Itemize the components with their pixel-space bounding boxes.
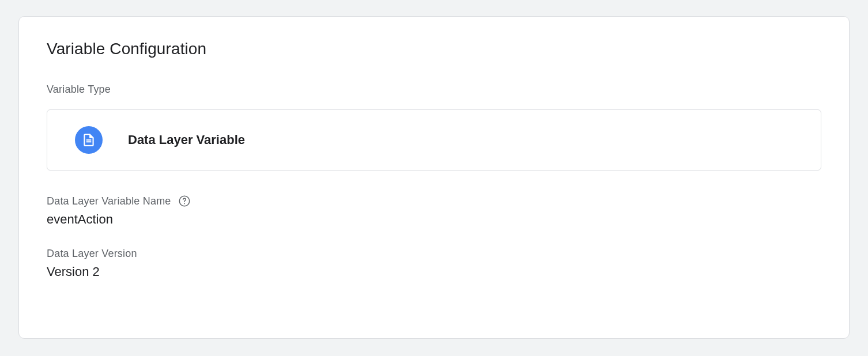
variable-name-value: eventAction	[47, 212, 821, 227]
variable-type-label: Variable Type	[47, 84, 821, 96]
help-icon[interactable]	[178, 195, 191, 207]
data-layer-version-field: Data Layer Version Version 2	[47, 248, 821, 279]
svg-point-1	[184, 203, 185, 204]
document-icon	[75, 126, 103, 154]
data-layer-variable-name-field: Data Layer Variable Name eventAction	[47, 195, 821, 227]
version-value: Version 2	[47, 264, 821, 279]
variable-type-selector[interactable]: Data Layer Variable	[47, 109, 821, 171]
variable-configuration-card: Variable Configuration Variable Type Dat…	[18, 16, 850, 339]
card-title: Variable Configuration	[47, 40, 821, 58]
variable-name-label: Data Layer Variable Name	[47, 195, 171, 207]
version-label: Data Layer Version	[47, 248, 137, 260]
variable-type-name: Data Layer Variable	[128, 132, 245, 147]
